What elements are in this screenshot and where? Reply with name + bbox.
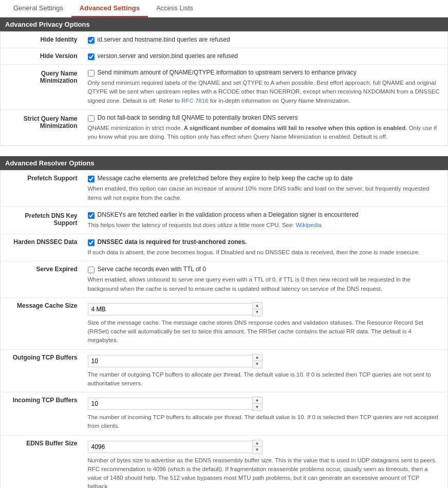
row-label: Hide Identity [1, 32, 83, 48]
settings-row: Hide Versionversion.server and version.b… [1, 48, 448, 65]
settings-row: Prefetch SupportMessage cache elements a… [1, 171, 448, 207]
row-value: Message cache elements are prefetched be… [83, 171, 448, 207]
spinner-arrows: ▲▼ [252, 440, 263, 454]
row-value: DNSSEC data is required for trust-anchor… [83, 234, 448, 261]
spinner-arrows: ▲▼ [252, 302, 263, 316]
row-label: Prefetch Support [1, 171, 83, 207]
settings-row: Outgoing TCP Buffers▲▼The number of outg… [1, 349, 448, 392]
section-header-resolver: Advanced Resolver Options [0, 156, 448, 170]
spinner-down[interactable]: ▼ [253, 309, 262, 316]
tab-bar: General SettingsAdvanced SettingsAccess … [0, 0, 448, 17]
settings-row: Hide Identityid.server and hostname.bind… [1, 32, 448, 48]
checkbox-label: Serve cache records even with TTL of 0 [98, 266, 206, 273]
spinner-up[interactable]: ▲ [253, 303, 262, 309]
row-description: The number of incoming TCP buffers to al… [88, 413, 443, 431]
spinner-input[interactable] [88, 441, 252, 453]
settings-row: Prefetch DNS KeySupportDNSKEYs are fetch… [1, 207, 448, 234]
checkbox-label: Send minimum amount of QNAME/QTYPE infor… [98, 69, 357, 76]
spinner-wrapper: ▲▼ [88, 302, 443, 316]
setting-checkbox[interactable] [88, 70, 95, 77]
spinner-input[interactable] [88, 355, 252, 367]
row-label: Message Cache Size [1, 297, 83, 349]
row-description: When enabled, allows unbound to serve on… [88, 275, 443, 293]
row-label: Prefetch DNS KeySupport [1, 207, 83, 234]
spinner-wrapper: ▲▼ [88, 440, 443, 454]
row-label: Hide Version [1, 48, 83, 65]
checkbox-label: DNSSEC data is required for trust-anchor… [98, 238, 247, 246]
wikipedia-link[interactable]: Wikipedia [296, 222, 322, 228]
row-label: Query NameMinimization [1, 65, 83, 110]
setting-checkbox[interactable] [88, 176, 95, 182]
spinner-up[interactable]: ▲ [253, 440, 262, 447]
setting-checkbox[interactable] [88, 212, 95, 219]
row-description: QNAME minimization in strict mode. A sig… [88, 124, 443, 142]
row-description: When enabled, this option can cause an i… [88, 184, 443, 202]
setting-checkbox[interactable] [88, 37, 95, 44]
checkbox-label: id.server and hostname.bind queries are … [98, 36, 230, 43]
row-value: Send minimum amount of QNAME/QTYPE infor… [83, 65, 448, 110]
row-value: Do not fall-back to sending full QNAME t… [83, 109, 448, 146]
spinner-arrows: ▲▼ [252, 354, 263, 368]
checkbox-label: DNSKEYs are fetched earlier in the valid… [98, 211, 359, 218]
setting-checkbox[interactable] [88, 239, 95, 246]
tab-access[interactable]: Access Lists [148, 0, 201, 17]
row-label: Outgoing TCP Buffers [1, 349, 83, 392]
row-label: Incoming TCP Buffers [1, 392, 83, 436]
row-label: Strict Query NameMinimization [1, 109, 83, 146]
row-label: Harden DNSSEC Data [1, 234, 83, 261]
setting-checkbox[interactable] [88, 267, 95, 273]
spinner-up[interactable]: ▲ [253, 397, 262, 404]
row-value: id.server and hostname.bind queries are … [83, 32, 448, 48]
settings-row: Serve ExpiredServe cache records even wi… [1, 261, 448, 298]
row-description: Only send minimum required labels of the… [88, 79, 443, 105]
spinner-down[interactable]: ▼ [253, 447, 262, 454]
row-value: DNSKEYs are fetched earlier in the valid… [83, 207, 448, 234]
row-value: Serve cache records even with TTL of 0Wh… [83, 261, 448, 298]
settings-row: EDNS Buffer Size▲▼Number of bytes size t… [1, 435, 448, 488]
spinner-down[interactable]: ▼ [253, 404, 262, 410]
row-description: Number of bytes size to advertise as the… [88, 456, 443, 489]
section-resolver: Advanced Resolver OptionsPrefetch Suppor… [0, 156, 448, 488]
tab-general[interactable]: General Settings [5, 0, 71, 17]
spinner-up[interactable]: ▲ [253, 354, 262, 361]
row-description: The number of outgoing TCP buffers to al… [88, 370, 443, 388]
row-value: ▲▼Number of bytes size to advertise as t… [83, 435, 448, 488]
row-value: version.server and version.bind queries … [83, 48, 448, 65]
settings-row: Incoming TCP Buffers▲▼The number of inco… [1, 392, 448, 436]
row-label: Serve Expired [1, 261, 83, 298]
row-label: EDNS Buffer Size [1, 435, 83, 488]
section-privacy: Advanced Privacy OptionsHide Identityid.… [0, 17, 448, 146]
row-value: ▲▼The number of outgoing TCP buffers to … [83, 349, 448, 392]
settings-row: Harden DNSSEC DataDNSSEC data is require… [1, 234, 448, 261]
setting-checkbox[interactable] [88, 115, 95, 122]
spinner-wrapper: ▲▼ [88, 354, 443, 368]
row-description: Size of the message cache. The message c… [88, 318, 443, 345]
spinner-down[interactable]: ▼ [253, 361, 262, 368]
setting-checkbox[interactable] [88, 53, 95, 60]
spinner-arrows: ▲▼ [252, 397, 263, 411]
checkbox-label: Do not fall-back to sending full QNAME t… [98, 114, 298, 121]
checkbox-label: version.server and version.bind queries … [98, 52, 238, 60]
tab-advanced[interactable]: Advanced Settings [71, 0, 148, 17]
settings-row: Strict Query NameMinimizationDo not fall… [1, 109, 448, 146]
spinner-input[interactable] [88, 398, 252, 410]
main-content: Advanced Privacy OptionsHide Identityid.… [0, 17, 448, 488]
row-description: If such data is absent, the zone becomes… [88, 248, 443, 257]
spinner-wrapper: ▲▼ [88, 397, 443, 411]
settings-row: Message Cache Size▲▼Size of the message … [1, 297, 448, 349]
checkbox-label: Message cache elements are prefetched be… [98, 175, 353, 182]
settings-row: Query NameMinimizationSend minimum amoun… [1, 65, 448, 110]
row-description: This helps lower the latency of requests… [88, 221, 443, 230]
section-header-privacy: Advanced Privacy Options [0, 17, 448, 31]
rfc-link[interactable]: RFC 7816 [181, 98, 208, 104]
row-value: ▲▼Size of the message cache. The message… [83, 297, 448, 349]
row-value: ▲▼The number of incoming TCP buffers to … [83, 392, 448, 436]
spinner-input[interactable] [88, 303, 252, 315]
